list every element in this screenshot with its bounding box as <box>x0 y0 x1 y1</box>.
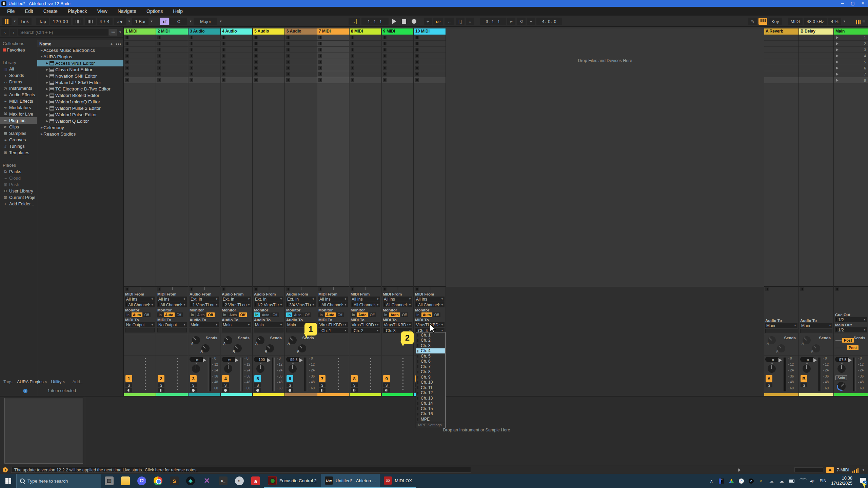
clip-stop-button[interactable] <box>157 42 161 45</box>
input-type-chooser[interactable]: Ext. In▼ <box>254 297 283 302</box>
clip-slot[interactable] <box>414 59 446 65</box>
input-type-chooser[interactable]: All Ins▼ <box>157 297 187 302</box>
send-b-knob[interactable]: B <box>234 344 242 352</box>
chevron-right-icon[interactable]: ▶ <box>45 75 49 78</box>
track-header[interactable]: 3 Audio <box>189 28 220 35</box>
chevron-right-icon[interactable]: ▶ <box>45 94 49 97</box>
input-type-chooser[interactable]: All Ins▼ <box>415 297 445 302</box>
arm-button[interactable] <box>158 388 164 392</box>
volume-display[interactable]: -100 <box>254 357 268 362</box>
list-item-aura-plugins[interactable]: ▼AURA Plugins <box>37 54 123 60</box>
send-a-knob[interactable]: A <box>803 336 811 344</box>
clip-stop-button[interactable] <box>351 72 354 76</box>
sidebar-item-audio-effects[interactable]: ≋Audio Effects <box>0 92 37 98</box>
sort-ascending-icon[interactable]: ▲ <box>110 42 113 45</box>
time-signature[interactable]: 4 / 4 <box>97 18 113 25</box>
monitor-in-button[interactable]: In <box>415 312 421 317</box>
clip-stop-button[interactable] <box>157 36 161 39</box>
clip-stop-button[interactable] <box>383 78 387 82</box>
loop-switch-icon[interactable]: ⟲ <box>517 18 526 25</box>
browser-forward-button[interactable]: › <box>10 29 17 36</box>
sidebar-item-add-folder-[interactable]: +Add Folder... <box>0 201 37 207</box>
chevron-right-icon[interactable]: ▶ <box>45 107 49 110</box>
input-type-chooser[interactable]: Ext. In▼ <box>190 297 219 302</box>
track-number-button[interactable]: A <box>766 375 772 382</box>
clip-stop-button[interactable] <box>383 36 387 39</box>
clip-slot[interactable] <box>382 47 413 53</box>
key-root-selector[interactable]: C <box>170 18 187 25</box>
tempo-follower-caret[interactable]: ▼ <box>13 20 17 23</box>
sidebar-item-tunings[interactable]: ♯Tunings <box>0 143 37 149</box>
list-item-clavia-nord-editor[interactable]: ▶Clavia Nord Editor <box>37 66 123 73</box>
clip-slot[interactable] <box>350 71 381 77</box>
clip-slot[interactable] <box>253 65 284 71</box>
send-b-knob[interactable]: B <box>266 344 274 352</box>
clip-slot[interactable] <box>156 47 188 53</box>
cpu-caret[interactable]: ▼ <box>843 20 846 23</box>
pan-knob[interactable] <box>837 365 846 373</box>
pan-knob[interactable] <box>256 365 264 373</box>
track-header[interactable]: 8 MIDI <box>350 28 381 35</box>
volume-display[interactable]: -99.8 <box>286 357 300 362</box>
send-b-knob[interactable]: B <box>201 344 210 352</box>
terminal-icon[interactable]: >_ <box>215 474 231 488</box>
filter-icon[interactable]: ≔ <box>109 29 117 36</box>
clip-stop-button[interactable] <box>318 42 322 45</box>
clip-slot[interactable] <box>221 71 252 77</box>
quantize-caret[interactable]: ▼ <box>150 20 154 23</box>
clip-slot[interactable] <box>253 47 284 53</box>
clip-stop-button[interactable] <box>351 60 354 64</box>
clip-stop-button[interactable] <box>125 48 129 52</box>
sidebar-item-push[interactable]: ▣Push <box>0 181 37 188</box>
sidebar-item-sounds[interactable]: ♪Sounds <box>0 72 37 79</box>
re-enable-automation-icon[interactable]: ← <box>445 18 454 25</box>
file-explorer-icon[interactable] <box>117 474 134 488</box>
monitor-auto-button[interactable]: Auto <box>293 312 303 317</box>
output-type-chooser[interactable]: Main▼ <box>190 322 219 327</box>
clip-stop-button[interactable] <box>415 36 419 39</box>
play-button[interactable] <box>392 19 396 24</box>
input-channel-chooser[interactable]: All Channels▼ <box>125 302 155 307</box>
clip-stop-button[interactable] <box>254 60 258 64</box>
monitor-auto-button[interactable]: Auto <box>260 312 271 317</box>
list-item-tc-electronic-d-two-editor[interactable]: ▶TC Electronic D-Two Editor <box>37 86 123 92</box>
taskbar-app-focusrite-control[interactable]: Focusrite Control 2 <box>264 474 321 488</box>
track-number-button[interactable]: 9 <box>383 375 390 382</box>
clip-stop-button[interactable] <box>157 60 161 64</box>
clip-stop-button[interactable] <box>415 48 419 52</box>
track-stop-button[interactable] <box>157 287 161 291</box>
clip-stop-button[interactable] <box>383 54 387 58</box>
tag-chip[interactable]: AURA Plugins× <box>17 380 47 384</box>
menu-view[interactable]: View <box>92 7 113 16</box>
clip-slot[interactable] <box>350 77 381 83</box>
metronome-button[interactable]: ○● <box>114 18 126 25</box>
tray-d-app-icon[interactable]: d <box>739 479 744 484</box>
scene-slot[interactable]: 5 <box>834 59 868 65</box>
clip-slot[interactable] <box>124 35 156 41</box>
menu-help[interactable]: Help <box>168 7 188 16</box>
track-number-button[interactable]: 6 <box>287 375 293 382</box>
pan-knob[interactable] <box>224 365 232 373</box>
input-channel-chooser[interactable]: 1/2 VirusTI ou▼ <box>254 302 283 307</box>
output-type-chooser[interactable]: Main▼ <box>254 322 283 327</box>
clip-slot[interactable] <box>317 41 349 47</box>
arm-button[interactable] <box>222 388 229 392</box>
clip-stop-button[interactable] <box>190 54 193 58</box>
adobe-icon[interactable]: a <box>248 474 264 488</box>
track-header[interactable]: Main <box>834 28 868 35</box>
clip-stop-button[interactable] <box>351 42 354 45</box>
solo-button[interactable]: S <box>125 383 132 387</box>
device-drop-area[interactable]: Drop an Instrument or Sample Here <box>85 396 868 466</box>
track-stop-button[interactable] <box>254 287 258 291</box>
sidebar-item-current-proje[interactable]: ⊡Current Proje <box>0 194 37 201</box>
clip-stop-button[interactable] <box>190 42 193 45</box>
input-channel-chooser[interactable]: 1 VirusTI out:▼ <box>190 302 219 307</box>
cpu-meter-icon[interactable] <box>852 467 859 473</box>
sidebar-item-clips[interactable]: ⊳Clips <box>0 124 37 130</box>
status-play-icon[interactable] <box>738 468 741 472</box>
track-stop-button[interactable] <box>383 287 387 291</box>
track-header[interactable]: 1 MIDI <box>124 28 156 35</box>
track-number-button[interactable]: B <box>801 375 807 382</box>
clip-stop-button[interactable] <box>222 72 225 76</box>
follow-button[interactable]: →| <box>349 18 360 25</box>
